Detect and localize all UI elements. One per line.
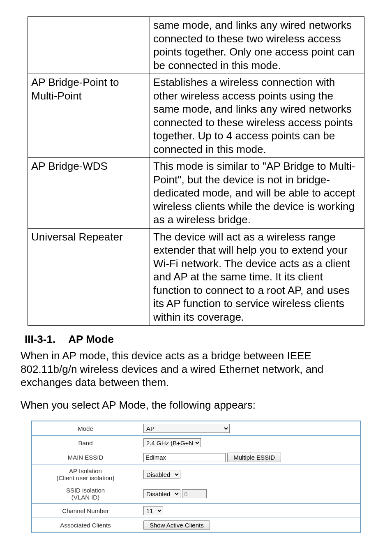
ssid-isolation-label-line2: (VLAN ID): [36, 494, 135, 501]
settings-row-main-essid: MAIN ESSID Multiple ESSID: [32, 450, 360, 465]
ref-desc: This mode is similar to "AP Bridge to Mu…: [150, 158, 364, 229]
mode-select[interactable]: AP: [143, 424, 230, 433]
table-row: AP Bridge-Point to Multi-Point Establish…: [28, 74, 364, 158]
ssid-isolation-label-line1: SSID isolation: [36, 487, 135, 494]
section-title: AP Mode: [68, 333, 114, 345]
associated-clients-label: Associated Clients: [32, 518, 139, 533]
reference-table: same mode, and links any wired networks …: [28, 16, 364, 326]
ref-label: Universal Repeater: [28, 228, 150, 326]
mode-label: Mode: [32, 421, 139, 436]
show-active-clients-button[interactable]: Show Active Clients: [143, 520, 210, 530]
ref-label: AP Bridge-WDS: [28, 158, 150, 229]
ref-label: AP Bridge-Point to Multi-Point: [28, 74, 150, 158]
section-heading: III-3-1. AP Mode: [25, 333, 371, 346]
ssid-isolation-select[interactable]: Disabled: [143, 489, 180, 498]
ref-desc: Establishes a wireless connection with o…: [150, 74, 364, 158]
main-essid-input[interactable]: [143, 453, 226, 462]
settings-panel: Mode AP Band 2.4 GHz (B+G+N) MAIN ESSID: [31, 421, 361, 533]
ref-desc: The device will act as a wireless range …: [150, 228, 364, 326]
multiple-essid-button[interactable]: Multiple ESSID: [227, 453, 281, 462]
settings-row-assoc-clients: Associated Clients Show Active Clients: [32, 518, 360, 533]
band-label: Band: [32, 436, 139, 450]
channel-label: Channel Number: [32, 504, 139, 518]
ref-desc: same mode, and links any wired networks …: [150, 17, 364, 74]
ap-isolation-label-line2: (Client user isolation): [36, 474, 135, 481]
main-essid-label: MAIN ESSID: [32, 450, 139, 465]
channel-select[interactable]: 11: [143, 506, 163, 515]
ap-isolation-label-line1: AP Isolation: [36, 467, 135, 474]
table-row: same mode, and links any wired networks …: [28, 17, 364, 74]
table-row: AP Bridge-WDS This mode is similar to "A…: [28, 158, 364, 229]
vlan-id-input[interactable]: [182, 489, 207, 498]
settings-row-mode: Mode AP: [32, 421, 360, 436]
band-select[interactable]: 2.4 GHz (B+G+N): [143, 438, 201, 447]
body-paragraph: When in AP mode, this device acts as a b…: [21, 349, 367, 389]
settings-row-ap-isolation: AP Isolation (Client user isolation) Dis…: [32, 465, 360, 484]
settings-row-band: Band 2.4 GHz (B+G+N): [32, 436, 360, 450]
table-row: Universal Repeater The device will act a…: [28, 228, 364, 326]
ap-isolation-select[interactable]: Disabled: [143, 470, 180, 479]
section-number: III-3-1.: [25, 333, 66, 346]
body-paragraph: When you select AP Mode, the following a…: [21, 398, 367, 412]
settings-row-channel: Channel Number 11: [32, 504, 360, 518]
settings-row-ssid-isolation: SSID isolation (VLAN ID) Disabled: [32, 484, 360, 504]
ref-label: [28, 17, 150, 74]
